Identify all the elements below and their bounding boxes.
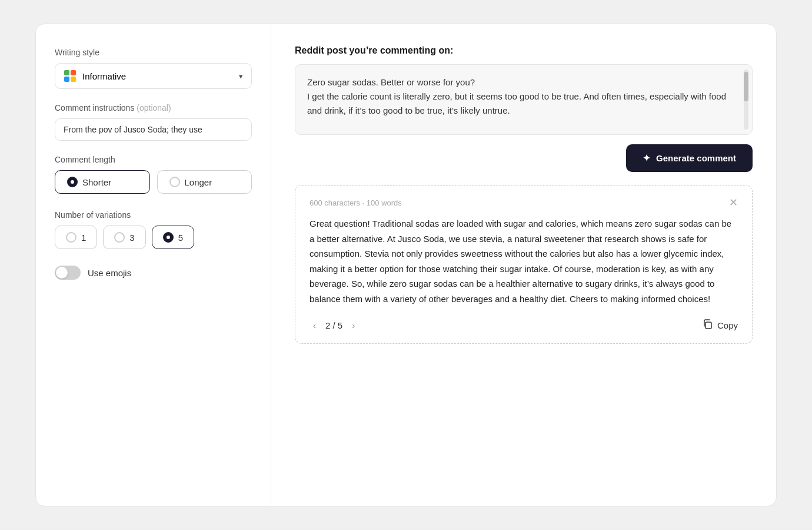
comment-footer: ‹ 2 / 5 › Copy bbox=[310, 318, 738, 333]
writing-style-dropdown-left: Informative bbox=[64, 69, 126, 82]
variation-1-label: 1 bbox=[81, 233, 86, 243]
scrollbar-thumb bbox=[744, 72, 748, 101]
length-longer-btn[interactable]: Longer bbox=[157, 170, 252, 194]
reddit-post-text: Zero sugar sodas. Better or worse for yo… bbox=[307, 75, 740, 118]
sparkle-icon: ✦ bbox=[643, 153, 650, 164]
emojis-label: Use emojis bbox=[88, 268, 131, 278]
copy-label: Copy bbox=[717, 320, 738, 330]
prev-page-arrow[interactable]: ‹ bbox=[310, 318, 320, 333]
variation-5-btn[interactable]: 5 bbox=[152, 226, 194, 249]
generate-row: ✦ Generate comment bbox=[295, 144, 753, 172]
reddit-post-box: Zero sugar sodas. Better or worse for yo… bbox=[295, 64, 753, 135]
total-pages: 5 bbox=[338, 320, 342, 330]
variation-3-btn[interactable]: 3 bbox=[103, 226, 145, 249]
svg-rect-1 bbox=[71, 70, 76, 75]
emojis-toggle[interactable] bbox=[55, 266, 81, 280]
current-page: 2 bbox=[325, 320, 330, 330]
page-separator: / bbox=[333, 320, 338, 330]
variation-3-label: 3 bbox=[129, 233, 134, 243]
comment-card-header: 600 characters · 100 words ✕ bbox=[310, 197, 738, 208]
variation-5-radio bbox=[163, 232, 174, 243]
post-section-title: Reddit post you’re commenting on: bbox=[295, 45, 753, 56]
variations-label: Number of variations bbox=[55, 210, 252, 220]
length-shorter-btn[interactable]: Shorter bbox=[55, 170, 150, 194]
copy-button[interactable]: Copy bbox=[703, 319, 738, 332]
variations-group: 1 3 5 bbox=[55, 226, 252, 249]
emojis-toggle-row: Use emojis bbox=[55, 266, 252, 280]
comment-length-label: Comment length bbox=[55, 155, 252, 164]
main-card: Writing style Informative ▾ Comment inst… bbox=[35, 24, 777, 506]
generate-btn-label: Generate comment bbox=[656, 153, 736, 163]
scrollbar[interactable] bbox=[744, 69, 748, 130]
pagination: ‹ 2 / 5 › bbox=[310, 318, 358, 333]
instructions-label: Comment instructions (optional) bbox=[55, 103, 252, 112]
length-longer-radio bbox=[169, 177, 180, 187]
svg-rect-4 bbox=[705, 322, 711, 329]
svg-rect-2 bbox=[64, 77, 69, 82]
comment-meta: 600 characters · 100 words bbox=[310, 198, 402, 207]
length-shorter-label: Shorter bbox=[82, 177, 111, 187]
writing-style-dropdown[interactable]: Informative ▾ bbox=[55, 63, 252, 89]
writing-style-value: Informative bbox=[82, 71, 126, 81]
right-panel: Reddit post you’re commenting on: Zero s… bbox=[271, 24, 776, 506]
length-longer-label: Longer bbox=[185, 177, 212, 187]
variation-3-radio bbox=[114, 232, 125, 243]
svg-rect-3 bbox=[71, 77, 76, 82]
instructions-optional: (optional) bbox=[137, 103, 171, 112]
page-indicator: 2 / 5 bbox=[325, 320, 342, 330]
comment-card: 600 characters · 100 words ✕ Great quest… bbox=[295, 185, 753, 344]
writing-style-icon bbox=[64, 69, 76, 82]
variation-5-label: 5 bbox=[178, 233, 183, 243]
svg-rect-0 bbox=[64, 70, 69, 75]
comment-length-group: Shorter Longer bbox=[55, 170, 252, 194]
generate-comment-button[interactable]: ✦ Generate comment bbox=[626, 144, 753, 172]
comment-body: Great question! Traditional sodas are lo… bbox=[310, 216, 738, 306]
writing-style-label: Writing style bbox=[55, 48, 252, 57]
close-icon[interactable]: ✕ bbox=[729, 197, 738, 208]
variation-1-radio bbox=[66, 232, 76, 243]
instructions-input[interactable] bbox=[55, 118, 252, 141]
variation-1-btn[interactable]: 1 bbox=[55, 226, 97, 249]
toggle-knob bbox=[56, 267, 68, 279]
next-page-arrow[interactable]: › bbox=[348, 318, 358, 333]
copy-icon bbox=[703, 319, 713, 332]
chevron-down-icon: ▾ bbox=[239, 72, 243, 81]
left-panel: Writing style Informative ▾ Comment inst… bbox=[36, 24, 271, 506]
length-shorter-radio bbox=[67, 177, 78, 187]
